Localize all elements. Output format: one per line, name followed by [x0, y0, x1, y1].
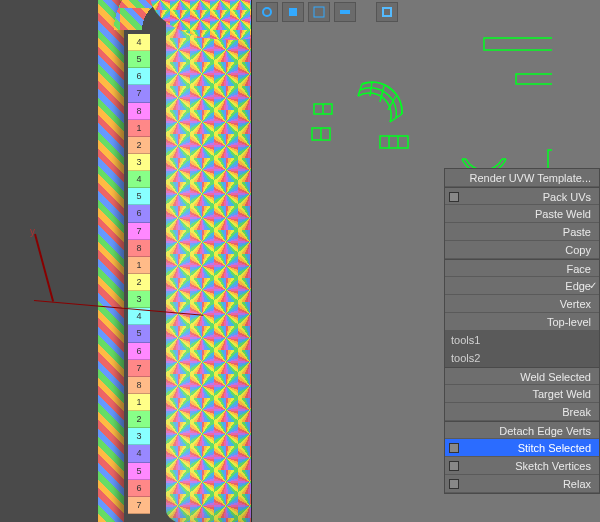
- svg-rect-6: [516, 74, 552, 84]
- ruler-cell: 4: [128, 171, 150, 188]
- menu-item-paste[interactable]: Paste: [445, 223, 599, 241]
- ruler-cell: 2: [128, 137, 150, 154]
- submenu-icon: [449, 443, 459, 453]
- menu-item-stitch-selected[interactable]: Stitch Selected: [445, 439, 599, 457]
- svg-rect-23: [548, 150, 552, 170]
- ruler-cell: 6: [128, 68, 150, 85]
- menu-item-paste-weld[interactable]: Paste Weld: [445, 205, 599, 223]
- svg-rect-3: [340, 10, 350, 14]
- menu-item-detach-edge-verts[interactable]: Detach Edge Verts: [445, 421, 599, 439]
- submenu-icon: [449, 192, 459, 202]
- ruler-cell: 4: [128, 34, 150, 51]
- menu-item-pack-uvs[interactable]: Pack UVs: [445, 187, 599, 205]
- model-pipe: [98, 0, 124, 522]
- model-ruler: 4567812345678123456781234567: [128, 34, 150, 514]
- svg-line-8: [370, 82, 372, 96]
- axis-line: [34, 234, 54, 302]
- svg-rect-2: [314, 7, 324, 17]
- ruler-cell: 1: [128, 394, 150, 411]
- ruler-cell: 5: [128, 463, 150, 480]
- menu-item-relax[interactable]: Relax: [445, 475, 599, 493]
- tool-button[interactable]: [308, 2, 330, 22]
- ruler-cell: 7: [128, 497, 150, 514]
- menu-item-target-weld[interactable]: Target Weld: [445, 385, 599, 403]
- perspective-viewport[interactable]: 4567812345678123456781234567 y: [0, 0, 252, 522]
- ruler-cell: 8: [128, 103, 150, 120]
- model-cylinder: [166, 0, 252, 522]
- tool-button[interactable]: [256, 2, 278, 22]
- context-menu: Render UVW Template...Pack UVsPaste Weld…: [444, 168, 600, 494]
- ruler-cell: 1: [128, 257, 150, 274]
- menu-item-render-uvw-template[interactable]: Render UVW Template...: [445, 169, 599, 187]
- menu-item-top-level[interactable]: Top-level: [445, 313, 599, 331]
- svg-rect-5: [484, 38, 552, 50]
- ruler-cell: 8: [128, 240, 150, 257]
- ruler-cell: 4: [128, 445, 150, 462]
- svg-line-10: [388, 96, 396, 110]
- svg-point-0: [263, 8, 271, 16]
- uv-wireframe[interactable]: [252, 24, 552, 174]
- ruler-cell: 6: [128, 205, 150, 222]
- ruler-cell: 2: [128, 274, 150, 291]
- uv-editor[interactable]: Render UVW Template...Pack UVsPaste Weld…: [252, 0, 600, 522]
- menu-item-sketch-vertices[interactable]: Sketch Vertices: [445, 457, 599, 475]
- ruler-cell: 6: [128, 480, 150, 497]
- ruler-cell: 5: [128, 51, 150, 68]
- menu-item-face[interactable]: Face: [445, 259, 599, 277]
- ruler-cell: 3: [128, 154, 150, 171]
- ruler-cell: 2: [128, 411, 150, 428]
- submenu-icon: [449, 461, 459, 471]
- options-icon: [381, 6, 393, 18]
- ruler-cell: 5: [128, 188, 150, 205]
- tool-button[interactable]: [334, 2, 356, 22]
- check-icon: ✓: [589, 277, 597, 295]
- ruler-cell: 7: [128, 223, 150, 240]
- loop-icon: [261, 6, 273, 18]
- tool-button[interactable]: [282, 2, 304, 22]
- element-icon: [313, 6, 325, 18]
- svg-rect-4: [383, 8, 391, 16]
- menu-item-break[interactable]: Break: [445, 403, 599, 421]
- ruler-cell: 8: [128, 377, 150, 394]
- menu-item-weld-selected[interactable]: Weld Selected: [445, 367, 599, 385]
- menu-item-tools1[interactable]: tools1: [445, 331, 599, 349]
- vertex-icon: [339, 6, 351, 18]
- ruler-cell: 3: [128, 291, 150, 308]
- svg-rect-1: [289, 8, 297, 16]
- menu-item-vertex[interactable]: Vertex: [445, 295, 599, 313]
- tool-button[interactable]: [376, 2, 398, 22]
- ruler-cell: 7: [128, 360, 150, 377]
- face-icon: [287, 6, 299, 18]
- submenu-icon: [449, 479, 459, 489]
- menu-item-edge[interactable]: Edge✓: [445, 277, 599, 295]
- menu-item-copy[interactable]: Copy: [445, 241, 599, 259]
- ruler-cell: 1: [128, 120, 150, 137]
- svg-rect-16: [380, 136, 408, 148]
- uv-toolbar: [252, 0, 402, 24]
- ruler-cell: 6: [128, 343, 150, 360]
- svg-line-9: [380, 86, 384, 102]
- ruler-cell: 3: [128, 428, 150, 445]
- menu-item-tools2[interactable]: tools2: [445, 349, 599, 367]
- ruler-cell: 5: [128, 325, 150, 342]
- ruler-cell: 7: [128, 85, 150, 102]
